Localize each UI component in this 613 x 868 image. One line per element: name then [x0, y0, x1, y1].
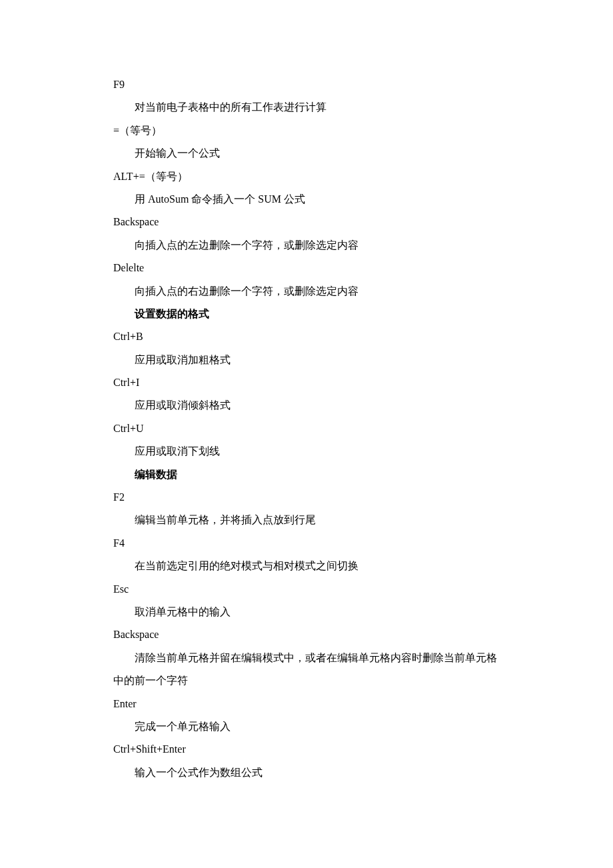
- doc-line: F9: [113, 73, 500, 96]
- doc-line: F4: [113, 532, 500, 555]
- doc-line: 编辑当前单元格，并将插入点放到行尾: [113, 509, 500, 531]
- doc-line: 编辑数据: [113, 463, 500, 486]
- doc-line: 开始输入一个公式: [113, 142, 500, 165]
- doc-line: 在当前选定引用的绝对模式与相对模式之间切换: [113, 555, 500, 577]
- doc-line: Ctrl+B: [113, 325, 500, 348]
- doc-line: Ctrl+U: [113, 417, 500, 440]
- doc-line: 设置数据的格式: [113, 303, 500, 325]
- doc-line: 对当前电子表格中的所有工作表进行计算: [113, 96, 500, 119]
- doc-line: 输入一个公式作为数组公式: [113, 761, 500, 784]
- doc-line: 应用或取消倾斜格式: [113, 394, 500, 417]
- doc-line: Delelte: [113, 257, 500, 279]
- doc-line: Backspace: [113, 623, 500, 646]
- doc-line: Ctrl+Shift+Enter: [113, 738, 500, 761]
- doc-line: ALT+=（等号）: [113, 165, 500, 188]
- doc-line: 应用或取消加粗格式: [113, 349, 500, 371]
- doc-line: =（等号）: [113, 119, 500, 142]
- doc-line: 用 AutoSum 命令插入一个 SUM 公式: [113, 188, 500, 211]
- doc-line: 完成一个单元格输入: [113, 715, 500, 738]
- document-page: F9对当前电子表格中的所有工作表进行计算=（等号）开始输入一个公式ALT+=（等…: [0, 0, 613, 851]
- doc-line: 向插入点的右边删除一个字符，或删除选定内容: [113, 280, 500, 303]
- doc-line: Backspace: [113, 211, 500, 233]
- doc-line: Enter: [113, 693, 500, 715]
- doc-line: 清除当前单元格并留在编辑模式中，或者在编辑单元格内容时删除当前单元格中的前一个字…: [113, 647, 500, 693]
- doc-line: 取消单元格中的输入: [113, 601, 500, 623]
- doc-line: 向插入点的左边删除一个字符，或删除选定内容: [113, 234, 500, 257]
- doc-line: 应用或取消下划线: [113, 440, 500, 463]
- doc-line: Esc: [113, 578, 500, 601]
- doc-line: F2: [113, 486, 500, 509]
- doc-line: Ctrl+I: [113, 371, 500, 394]
